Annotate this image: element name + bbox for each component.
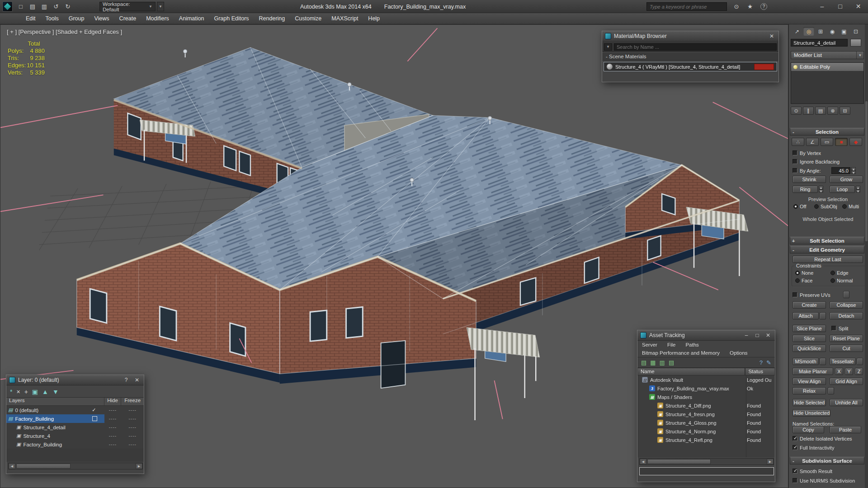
help-icon[interactable]: ? — [122, 377, 130, 383]
delete-isolated-vertices-checkbox[interactable]: Delete Isolated Vertices — [793, 436, 852, 441]
smooth-result-checkbox[interactable]: Smooth Result — [793, 468, 832, 474]
new-layer-icon[interactable]: * — [10, 388, 12, 395]
menu-animation[interactable]: Animation — [174, 15, 209, 22]
full-interactivity-checkbox[interactable]: Full Interactivity — [793, 445, 834, 450]
freeze-toggle[interactable]: ---- — [121, 408, 144, 413]
element-mode-button[interactable]: ◆ — [849, 138, 862, 146]
loop-spinner[interactable] — [856, 186, 860, 192]
preview-off-radio[interactable]: Off — [793, 204, 806, 209]
menu-tools[interactable]: Tools — [41, 15, 64, 22]
view-align-button[interactable]: View Align — [793, 378, 826, 385]
column-status[interactable]: Status — [745, 368, 775, 375]
move-up-icon[interactable]: ▲ — [42, 388, 48, 395]
hide-toggle[interactable]: ---- — [104, 442, 122, 447]
rollout-edit-geometry[interactable]: -Edit Geometry — [790, 246, 864, 253]
menu-options[interactable]: Options — [730, 350, 748, 356]
maximize-icon[interactable]: □ — [753, 332, 761, 338]
layer-row-default[interactable]: ▤0 (default)✓ ---- ---- — [6, 406, 144, 414]
close-button[interactable]: ✕ — [850, 0, 867, 13]
layer-hscrollbar[interactable]: ◀ ▶ — [8, 463, 143, 469]
asset-hscrollbar[interactable]: ◀ ▶ — [639, 458, 774, 465]
quickslice-button[interactable]: QuickSlice — [793, 345, 826, 352]
configure-modifier-sets-icon[interactable]: ⊟ — [840, 107, 850, 115]
search-icon[interactable]: ⊙ — [731, 2, 742, 11]
menu-group[interactable]: Group — [64, 15, 90, 22]
tessellate-button[interactable]: Tessellate — [830, 358, 856, 365]
scroll-thumb[interactable] — [16, 464, 71, 469]
undo-icon[interactable]: ↺ — [51, 2, 61, 11]
by-vertex-checkbox[interactable]: By Vertex — [793, 150, 821, 156]
freeze-toggle[interactable]: ---- — [121, 442, 144, 447]
scroll-left-icon[interactable]: ◀ — [9, 463, 15, 469]
current-layer-toggle[interactable] — [92, 416, 97, 421]
asset-row-vault[interactable]: ▥Autodesk Vault Logged Out — [637, 375, 775, 384]
viewport-label[interactable]: [ + ] [Perspective ] [Shaded + Edged Fac… — [7, 28, 122, 35]
refresh-icon[interactable]: ? — [760, 359, 763, 366]
column-freeze[interactable]: Freeze — [121, 398, 144, 405]
hide-toggle[interactable]: ---- — [104, 416, 122, 421]
create-button[interactable]: Create — [793, 301, 826, 309]
add-to-layer-icon[interactable]: + — [24, 388, 28, 395]
remove-modifier-icon[interactable]: ⊗ — [827, 107, 838, 115]
asset-row-norm[interactable]: ▣Structure_4_Norm.png Found — [637, 427, 775, 436]
layer-row-structure4-detail[interactable]: ▣Structure_4_detail ---- ---- — [6, 423, 144, 432]
planar-z-button[interactable]: Z — [855, 368, 863, 375]
freeze-toggle[interactable]: ---- — [121, 433, 144, 438]
paste-button[interactable]: Paste — [830, 426, 861, 433]
split-checkbox[interactable]: Split — [831, 325, 848, 331]
show-end-result-icon[interactable]: ∥ — [803, 107, 814, 115]
edge-mode-button[interactable]: ∠ — [806, 138, 819, 146]
use-nurms-checkbox[interactable]: Use NURMS Subdivision — [793, 478, 855, 483]
delete-layer-icon[interactable]: × — [16, 388, 20, 395]
by-angle-checkbox[interactable]: By Angle: — [793, 168, 821, 174]
hide-toggle[interactable]: ---- — [104, 408, 122, 413]
menu-modifiers[interactable]: Modifiers — [141, 15, 174, 22]
asset-row-fresn[interactable]: ▣Structure_4_fresn.png Found — [637, 410, 775, 418]
minimize-button[interactable]: – — [814, 0, 830, 13]
asset-row-diff[interactable]: ▣Structure_4_Diff.png Found — [637, 401, 775, 410]
stack-item-editable-poly[interactable]: Editable Poly — [791, 63, 863, 71]
search-input[interactable] — [647, 4, 726, 9]
pin-stack-icon[interactable]: ⊙ — [791, 107, 802, 115]
make-unique-icon[interactable]: ▤ — [815, 107, 826, 115]
global-search[interactable] — [646, 2, 727, 11]
modifier-stack[interactable]: Editable Poly — [791, 62, 864, 104]
slice-button[interactable]: Slice — [793, 335, 826, 342]
material-search-input[interactable] — [614, 43, 777, 51]
shrink-button[interactable]: Shrink — [793, 176, 826, 183]
close-icon[interactable]: ✕ — [133, 377, 141, 383]
help-icon[interactable]: ? — [760, 3, 767, 10]
open-file-icon[interactable]: ▤ — [27, 2, 38, 11]
preserve-uvs-checkbox[interactable]: Preserve UVs — [793, 292, 830, 298]
close-icon[interactable]: ✕ — [764, 332, 772, 338]
grid-view-icon[interactable]: ▤ — [669, 359, 674, 366]
tab-motion[interactable]: ◉ — [827, 27, 838, 36]
edit-paths-icon[interactable]: ✎ — [766, 359, 771, 366]
menu-server[interactable]: Server — [642, 342, 657, 347]
asset-status-field[interactable] — [639, 467, 774, 475]
cut-button[interactable]: Cut — [830, 345, 863, 352]
scene-materials-section[interactable]: - Scene Materials — [602, 53, 778, 61]
attach-button[interactable]: Attach — [793, 312, 819, 319]
hide-toggle[interactable]: ---- — [104, 433, 122, 438]
asset-row-refl[interactable]: ▣Structure_4_Refl.png Found — [637, 436, 775, 444]
rollout-subdivision-surface[interactable]: -Subdivision Surface — [790, 457, 864, 465]
collapse-button[interactable]: Collapse — [830, 301, 863, 309]
column-hide[interactable]: Hide — [104, 398, 122, 405]
msmooth-button[interactable]: MSmooth — [793, 358, 819, 365]
constraint-none-radio[interactable]: None — [795, 270, 813, 276]
preserve-uvs-settings-button[interactable] — [843, 291, 849, 298]
ignore-backfacing-checkbox[interactable]: Ignore Backfacing — [793, 159, 840, 164]
hide-unselected-button[interactable]: Hide Unselected — [793, 409, 830, 417]
menu-customize[interactable]: Customize — [290, 15, 326, 22]
save-file-icon[interactable]: ▥ — [39, 2, 50, 11]
constraint-normal-radio[interactable]: Normal — [830, 278, 853, 283]
menu-paths[interactable]: Paths — [685, 342, 698, 347]
menu-file[interactable]: File — [667, 342, 676, 347]
repeat-last-button[interactable]: Repeat Last — [793, 256, 863, 263]
make-planar-button[interactable]: Make Planar — [793, 368, 833, 375]
asset-row-gloss[interactable]: ▣Structure_4_Gloss.png Found — [637, 418, 775, 427]
favorites-icon[interactable]: ★ — [744, 2, 756, 11]
filter-funnel-icon[interactable]: ▼ — [604, 43, 612, 51]
asset-row-maps-shaders[interactable]: ▦Maps / Shaders — [637, 393, 775, 401]
